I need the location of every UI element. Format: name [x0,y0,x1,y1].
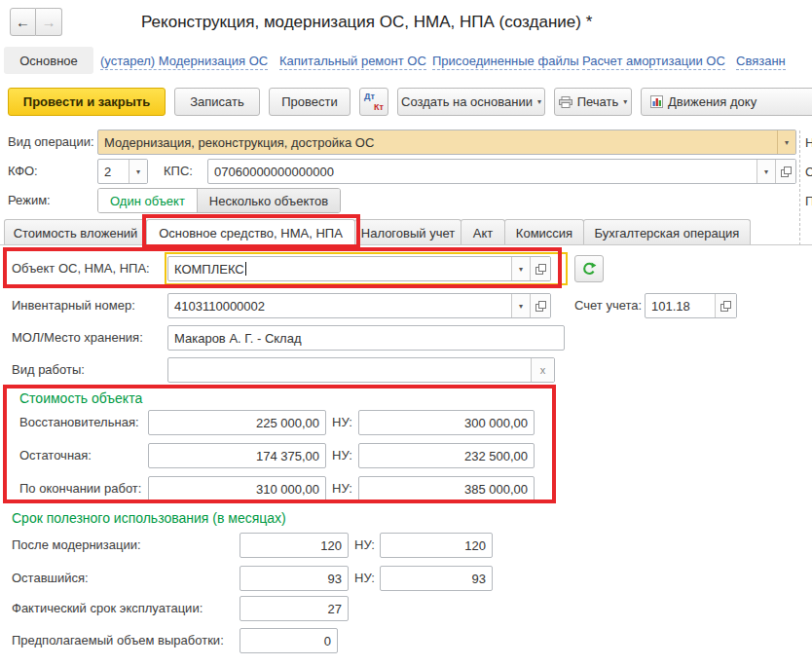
after-work-cost-field[interactable]: 310 000,00 [148,476,326,501]
after-modernization-nu-value[interactable]: 120 [381,534,492,557]
nav-link-related[interactable]: Связанн [736,54,786,70]
open-icon [781,166,792,177]
post-button[interactable]: Провести [269,88,351,116]
after-modernization-value[interactable]: 120 [240,534,348,557]
forward-arrow-icon: → [42,15,56,29]
work-type-value[interactable] [168,358,531,382]
actual-usage-value[interactable]: 27 [240,597,348,620]
work-type-field[interactable]: x [167,357,555,383]
object-value[interactable]: КОМПЛЕКС [168,257,511,280]
text-caret [245,262,246,276]
actual-usage-label: Фактический срок эксплуатации: [12,596,203,621]
nu-label: НУ: [332,443,352,468]
forward-button[interactable]: → [36,8,62,36]
remaining-nu-field[interactable]: 93 [380,566,493,591]
restoration-cost-value[interactable]: 225 000,00 [149,411,325,434]
after-work-cost-value[interactable]: 310 000,00 [149,477,325,500]
residual-cost-nu-field[interactable]: 232 500,00 [358,443,535,468]
nu-label: НУ: [354,533,375,558]
remaining-field[interactable]: 93 [240,566,349,591]
kps-dropdown-button[interactable]: ▾ [757,160,775,183]
work-type-clear-button[interactable]: x [531,358,554,382]
account-field[interactable]: 101.18 [645,293,737,318]
chevron-down-icon: ▾ [764,167,768,176]
nav-tab-main[interactable]: Основное [4,47,93,74]
tab-commission[interactable]: Комиссия [504,219,584,245]
kps-value[interactable]: 07060000000000000 [208,160,757,183]
kfo-dropdown-button[interactable]: ▾ [129,160,147,183]
kps-open-button[interactable] [775,160,795,183]
restoration-cost-nu-field[interactable]: 300 000,00 [358,410,535,435]
nav-link-capital-repair[interactable]: Капитальный ремонт ОС [279,54,426,70]
open-icon [720,301,731,312]
object-field[interactable]: КОМПЛЕКС ▾ [167,256,551,281]
restoration-cost-nu-value[interactable]: 300 000,00 [359,411,534,434]
mode-label: Режим: [8,188,51,213]
kps-field[interactable]: 07060000000000000 ▾ [207,159,796,184]
residual-cost-field[interactable]: 174 375,00 [148,443,326,468]
expected-output-value[interactable]: 0 [240,629,337,652]
account-value[interactable]: 101.18 [646,294,715,317]
chevron-down-icon: ▾ [519,302,523,311]
back-arrow-icon: ← [16,15,30,29]
operation-type-value[interactable]: Модернизация, реконструкция, достройка О… [98,130,777,154]
printer-icon [559,96,572,108]
create-based-on-button[interactable]: Создать на основании ▾ [397,88,545,116]
object-label: Объект ОС, НМА, НПА: [12,256,150,281]
expected-output-field[interactable]: 0 [240,628,338,653]
mode-single-object-button[interactable]: Один объект [98,189,197,212]
clipped-label-2: С [805,165,812,179]
after-work-cost-nu-value[interactable]: 385 000,00 [359,477,534,500]
chevron-down-icon: ▾ [519,265,523,274]
remaining-nu-value[interactable]: 93 [381,567,492,590]
nav-link-attached-files[interactable]: Присоединенные файлы [432,54,579,70]
chevron-down-icon: ▾ [785,138,789,147]
mode-multiple-objects-button[interactable]: Несколько объектов [197,189,340,212]
mol-value[interactable]: Макаров А. Г. - Склад [168,326,564,350]
kps-label: КПС: [164,159,193,184]
restoration-cost-field[interactable]: 225 000,00 [148,410,326,435]
nav-link-depreciation-calc[interactable]: Расчет амортизации ОС [582,54,725,70]
kfo-field[interactable]: 2 ▾ [97,159,148,184]
clipped-label-3: П [805,194,812,208]
actual-usage-field[interactable]: 27 [240,596,349,621]
refresh-button[interactable] [574,255,604,282]
residual-cost-value[interactable]: 174 375,00 [149,444,325,467]
dtkt-postings-button[interactable]: Дт Кт [359,88,388,116]
object-dropdown-button[interactable]: ▾ [511,257,530,280]
save-button[interactable]: Записать [174,88,260,116]
bar-chart-icon [650,95,663,108]
inventory-open-button[interactable] [530,294,550,317]
account-open-button[interactable] [715,294,736,317]
nu-label: НУ: [354,566,375,591]
tab-tax-accounting[interactable]: Налоговый учет [354,219,461,245]
open-icon [535,301,546,312]
print-button[interactable]: Печать ▾ [554,88,632,116]
after-work-cost-nu-field[interactable]: 385 000,00 [358,476,535,501]
history-nav: ← → [10,8,62,36]
clipped-label-1: Н [805,135,812,150]
remaining-value[interactable]: 93 [240,567,348,590]
inventory-number-value[interactable]: 4103110000002 [168,294,511,317]
tab-accounting-operation[interactable]: Бухгалтерская операция [583,219,751,245]
document-window: ← → Реконструкция, модернизация ОС, НМА,… [0,0,812,666]
mol-field[interactable]: Макаров А. Г. - Склад [167,325,565,351]
back-button[interactable]: ← [10,8,36,36]
tab-fixed-asset[interactable]: Основное средство, НМА, НПА [146,219,355,246]
operation-type-dropdown-button[interactable]: ▾ [777,130,795,154]
operation-type-field[interactable]: Модернизация, реконструкция, достройка О… [97,130,796,155]
tab-investment-cost[interactable]: Стоимость вложений [4,219,147,245]
object-open-button[interactable] [530,257,550,280]
residual-cost-nu-value[interactable]: 232 500,00 [359,444,534,467]
nav-link-obsolete-modernization[interactable]: (устарел) Модернизация ОС [100,54,268,70]
kfo-value[interactable]: 2 [98,160,129,183]
after-modernization-nu-field[interactable]: 120 [380,533,493,558]
panel-divider [799,130,800,245]
after-modernization-field[interactable]: 120 [240,533,349,558]
inventory-dropdown-button[interactable]: ▾ [511,294,530,317]
post-and-close-button[interactable]: Провести и закрыть [8,88,166,116]
inventory-number-field[interactable]: 4103110000002 ▾ [167,293,551,318]
document-movements-button[interactable]: Движения доку [641,88,812,116]
kfo-label: КФО: [8,159,38,184]
tab-act[interactable]: Акт [461,219,505,245]
